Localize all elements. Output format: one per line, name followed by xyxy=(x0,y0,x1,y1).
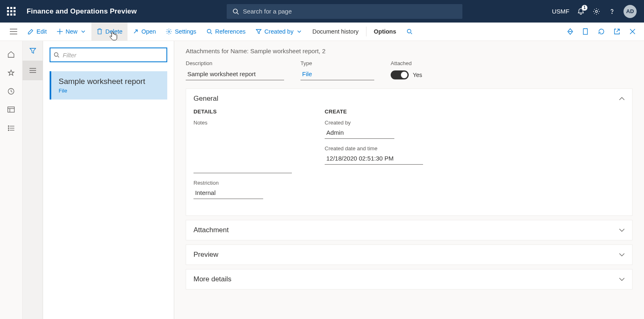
filter-input[interactable] xyxy=(63,52,163,59)
restriction-value[interactable]: Internal xyxy=(193,188,263,199)
chevron-down-icon xyxy=(619,229,625,232)
references-button[interactable]: References xyxy=(201,23,250,41)
global-search[interactable]: Search for a page xyxy=(227,4,462,19)
attached-toggle[interactable] xyxy=(391,70,409,79)
rail-favorites[interactable] xyxy=(0,63,22,82)
notification-badge: 1 xyxy=(582,5,587,11)
section-preview: Preview xyxy=(186,244,633,265)
pencil-icon xyxy=(27,28,34,35)
details-heading: DETAILS xyxy=(193,109,292,115)
svg-point-23 xyxy=(8,128,9,129)
header-right: USMF 1 AD xyxy=(552,5,644,18)
section-general-title: General xyxy=(193,95,218,103)
attach-view-button[interactable] xyxy=(578,23,593,41)
createdby-label: Created by xyxy=(264,28,294,35)
diamond-button[interactable] xyxy=(563,23,578,41)
list-item[interactable]: Sample worksheet report File xyxy=(50,71,167,100)
settings-label: Settings xyxy=(175,28,196,35)
svg-point-2 xyxy=(595,10,597,12)
type-value[interactable]: File xyxy=(300,69,374,80)
close-button[interactable] xyxy=(625,23,640,41)
rail-workspaces[interactable] xyxy=(0,100,22,119)
open-arrow-icon xyxy=(132,28,139,35)
createdby-button[interactable]: Created by xyxy=(250,23,307,41)
nav-toggle[interactable] xyxy=(4,23,23,41)
description-value[interactable]: Sample worksheet report xyxy=(186,69,284,80)
section-attachment: Attachment xyxy=(186,220,633,240)
svg-point-3 xyxy=(612,13,612,13)
svg-point-25 xyxy=(8,130,9,131)
open-label: Open xyxy=(141,28,156,35)
attached-field: Attached Yes xyxy=(391,60,422,80)
section-more-details-title: More details xyxy=(193,275,232,283)
notifications-button[interactable]: 1 xyxy=(577,7,585,16)
delete-label: Delete xyxy=(105,28,123,35)
top-header: Finance and Operations Preview Search fo… xyxy=(0,0,644,23)
createdby-value[interactable]: Admin xyxy=(325,128,394,139)
section-more-details: More details xyxy=(186,269,633,290)
page-title: Attachments for Name: Sample worksheet r… xyxy=(186,48,633,54)
section-general-header[interactable]: General xyxy=(186,89,632,109)
list-item-title: Sample worksheet report xyxy=(59,77,160,86)
action-right-group xyxy=(563,23,644,41)
find-button[interactable] xyxy=(401,23,418,41)
options-button[interactable]: Options xyxy=(369,23,401,41)
app-title: Finance and Operations Preview xyxy=(23,7,137,16)
plus-icon xyxy=(57,28,63,35)
list-panel: Sample worksheet report File xyxy=(43,41,174,319)
edit-button[interactable]: Edit xyxy=(23,23,52,41)
chevron-down-icon xyxy=(619,253,625,256)
svg-point-10 xyxy=(207,29,211,33)
section-general: General DETAILS Notes Restriction Intern… xyxy=(186,88,633,216)
createddate-label: Created date and time xyxy=(325,145,423,152)
waffle-menu[interactable] xyxy=(0,7,23,16)
document-history-button[interactable]: Document history xyxy=(307,23,364,41)
svg-line-1 xyxy=(237,13,239,14)
trash-icon xyxy=(96,28,103,35)
new-button[interactable]: New xyxy=(52,23,91,41)
search-icon xyxy=(206,28,213,35)
rail-home[interactable] xyxy=(0,45,22,63)
svg-line-31 xyxy=(58,56,59,57)
popout-button[interactable] xyxy=(610,23,624,41)
notes-input[interactable] xyxy=(193,128,292,173)
refresh-button[interactable] xyxy=(594,23,609,41)
settings-action-button[interactable]: Settings xyxy=(161,23,201,41)
rail-modules[interactable] xyxy=(0,119,22,137)
avatar[interactable]: AD xyxy=(624,5,637,18)
section-general-body: DETAILS Notes Restriction Internal CREAT… xyxy=(186,109,632,215)
search-placeholder: Search for a page xyxy=(243,8,292,15)
svg-point-21 xyxy=(8,126,9,127)
section-attachment-header[interactable]: Attachment xyxy=(186,220,632,240)
action-group: Edit New Delete Open Settings References xyxy=(23,23,418,41)
divider xyxy=(366,27,366,36)
references-label: References xyxy=(215,28,246,35)
delete-button[interactable]: Delete xyxy=(91,23,127,41)
help-button[interactable] xyxy=(608,7,616,16)
show-list-button[interactable] xyxy=(23,61,43,80)
type-label: Type xyxy=(300,60,374,66)
section-attachment-title: Attachment xyxy=(193,226,229,234)
main-area: Sample worksheet report File Attachments… xyxy=(0,41,644,319)
show-filters-button[interactable] xyxy=(23,41,43,61)
create-heading: CREATE xyxy=(325,109,423,115)
search-icon xyxy=(54,52,59,58)
details-column: DETAILS Notes Restriction Internal xyxy=(193,109,292,206)
chevron-up-icon xyxy=(619,97,625,100)
waffle-icon xyxy=(7,7,16,16)
createddate-value[interactable]: 12/18/2020 02:51:30 PM xyxy=(325,154,423,165)
filter-icon xyxy=(255,28,262,35)
rail-recent[interactable] xyxy=(0,82,22,100)
attached-value: Yes xyxy=(413,72,422,78)
chevron-down-icon xyxy=(80,28,86,35)
chevron-down-icon xyxy=(296,28,303,35)
company-label[interactable]: USMF xyxy=(552,8,569,15)
filter-input-wrapper[interactable] xyxy=(50,48,167,62)
section-more-details-header[interactable]: More details xyxy=(186,269,632,289)
settings-button[interactable] xyxy=(592,7,601,16)
open-button[interactable]: Open xyxy=(127,23,161,41)
section-preview-header[interactable]: Preview xyxy=(186,245,632,265)
content-area: Attachments for Name: Sample worksheet r… xyxy=(174,41,644,319)
create-column: CREATE Created by Admin Created date and… xyxy=(325,109,423,206)
list-item-type: File xyxy=(59,88,160,94)
